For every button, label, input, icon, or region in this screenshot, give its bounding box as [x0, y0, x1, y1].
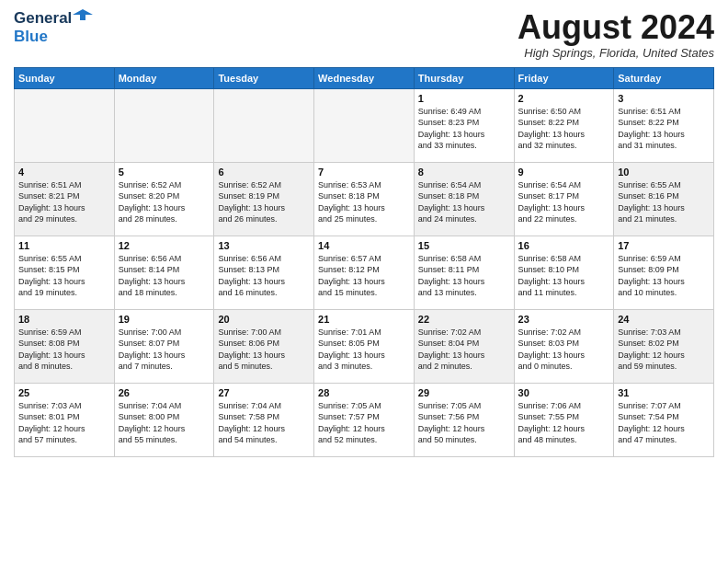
day-info: Sunrise: 7:06 AMSunset: 7:55 PMDaylight:… — [518, 400, 610, 446]
day-info: Sunrise: 6:58 AMSunset: 8:11 PMDaylight:… — [418, 253, 510, 299]
day-number: 12 — [119, 240, 210, 251]
day-number: 20 — [218, 314, 310, 325]
calendar-cell: 7Sunrise: 6:53 AMSunset: 8:18 PMDaylight… — [314, 162, 415, 236]
day-info: Sunrise: 6:55 AMSunset: 8:16 PMDaylight:… — [618, 179, 710, 225]
day-info: Sunrise: 6:57 AMSunset: 8:12 PMDaylight:… — [318, 253, 410, 299]
day-number: 14 — [318, 240, 410, 251]
calendar-cell — [15, 88, 115, 162]
day-number: 6 — [218, 167, 310, 178]
calendar-cell: 28Sunrise: 7:05 AMSunset: 7:57 PMDayligh… — [314, 383, 415, 456]
calendar-cell: 8Sunrise: 6:54 AMSunset: 8:18 PMDaylight… — [414, 162, 514, 236]
calendar-cell: 11Sunrise: 6:55 AMSunset: 8:15 PMDayligh… — [15, 236, 115, 309]
calendar-cell: 18Sunrise: 6:59 AMSunset: 8:08 PMDayligh… — [15, 309, 115, 383]
day-number: 8 — [418, 167, 510, 178]
day-number: 21 — [318, 314, 410, 325]
calendar-cell: 26Sunrise: 7:04 AMSunset: 8:00 PMDayligh… — [114, 383, 214, 456]
calendar-cell: 27Sunrise: 7:04 AMSunset: 7:58 PMDayligh… — [214, 383, 314, 456]
calendar-cell: 31Sunrise: 7:07 AMSunset: 7:54 PMDayligh… — [614, 383, 714, 456]
calendar-week-row: 25Sunrise: 7:03 AMSunset: 8:01 PMDayligh… — [15, 383, 714, 456]
day-info: Sunrise: 7:05 AMSunset: 7:56 PMDaylight:… — [418, 400, 510, 446]
calendar-week-row: 18Sunrise: 6:59 AMSunset: 8:08 PMDayligh… — [15, 309, 714, 383]
day-info: Sunrise: 7:00 AMSunset: 8:07 PMDaylight:… — [119, 327, 210, 373]
calendar-cell: 29Sunrise: 7:05 AMSunset: 7:56 PMDayligh… — [414, 383, 514, 456]
day-number: 22 — [418, 314, 510, 325]
calendar-cell: 17Sunrise: 6:59 AMSunset: 8:09 PMDayligh… — [614, 236, 714, 309]
day-number: 17 — [618, 240, 710, 251]
calendar-cell: 3Sunrise: 6:51 AMSunset: 8:22 PMDaylight… — [614, 88, 714, 162]
calendar-cell — [314, 88, 415, 162]
calendar-cell — [114, 88, 214, 162]
location-text: High Springs, Florida, United States — [518, 46, 714, 60]
calendar-cell: 30Sunrise: 7:06 AMSunset: 7:55 PMDayligh… — [514, 383, 614, 456]
day-number: 30 — [518, 387, 610, 398]
day-info: Sunrise: 6:53 AMSunset: 8:18 PMDaylight:… — [318, 179, 410, 225]
day-number: 7 — [318, 167, 410, 178]
calendar-cell: 23Sunrise: 7:02 AMSunset: 8:03 PMDayligh… — [514, 309, 614, 383]
calendar-cell: 25Sunrise: 7:03 AMSunset: 8:01 PMDayligh… — [15, 383, 115, 456]
day-info: Sunrise: 7:00 AMSunset: 8:06 PMDaylight:… — [218, 327, 310, 373]
calendar-cell: 20Sunrise: 7:00 AMSunset: 8:06 PMDayligh… — [214, 309, 314, 383]
weekday-header-saturday: Saturday — [614, 67, 714, 88]
weekday-header-tuesday: Tuesday — [214, 67, 314, 88]
day-info: Sunrise: 6:55 AMSunset: 8:15 PMDaylight:… — [18, 253, 110, 299]
day-number: 26 — [119, 387, 210, 398]
day-info: Sunrise: 6:51 AMSunset: 8:21 PMDaylight:… — [18, 179, 110, 225]
day-info: Sunrise: 6:56 AMSunset: 8:14 PMDaylight:… — [119, 253, 210, 299]
day-info: Sunrise: 7:03 AMSunset: 8:01 PMDaylight:… — [18, 400, 110, 446]
calendar-cell: 24Sunrise: 7:03 AMSunset: 8:02 PMDayligh… — [614, 309, 714, 383]
day-info: Sunrise: 6:52 AMSunset: 8:20 PMDaylight:… — [119, 179, 210, 225]
day-number: 29 — [418, 387, 510, 398]
day-number: 18 — [18, 314, 110, 325]
calendar-cell: 14Sunrise: 6:57 AMSunset: 8:12 PMDayligh… — [314, 236, 415, 309]
logo-blue-text: Blue — [14, 28, 48, 46]
day-number: 16 — [518, 240, 610, 251]
calendar-cell: 10Sunrise: 6:55 AMSunset: 8:16 PMDayligh… — [614, 162, 714, 236]
day-info: Sunrise: 6:49 AMSunset: 8:23 PMDaylight:… — [418, 106, 510, 152]
weekday-header-monday: Monday — [114, 67, 214, 88]
logo-general-text: General — [14, 9, 72, 28]
day-info: Sunrise: 6:56 AMSunset: 8:13 PMDaylight:… — [218, 253, 310, 299]
page: General Blue August 2024 High Springs, F… — [0, 0, 728, 466]
day-info: Sunrise: 6:54 AMSunset: 8:17 PMDaylight:… — [518, 179, 610, 225]
day-number: 15 — [418, 240, 510, 251]
title-block: August 2024 High Springs, Florida, Unite… — [518, 9, 714, 60]
day-info: Sunrise: 6:59 AMSunset: 8:09 PMDaylight:… — [618, 253, 710, 299]
calendar-cell: 21Sunrise: 7:01 AMSunset: 8:05 PMDayligh… — [314, 309, 415, 383]
day-info: Sunrise: 6:50 AMSunset: 8:22 PMDaylight:… — [518, 106, 610, 152]
weekday-header-wednesday: Wednesday — [314, 67, 415, 88]
calendar-cell: 16Sunrise: 6:58 AMSunset: 8:10 PMDayligh… — [514, 236, 614, 309]
weekday-header-friday: Friday — [514, 67, 614, 88]
day-number: 23 — [518, 314, 610, 325]
day-info: Sunrise: 7:05 AMSunset: 7:57 PMDaylight:… — [318, 400, 410, 446]
day-number: 19 — [119, 314, 210, 325]
day-number: 27 — [218, 387, 310, 398]
day-number: 3 — [618, 93, 710, 104]
calendar-week-row: 4Sunrise: 6:51 AMSunset: 8:21 PMDaylight… — [15, 162, 714, 236]
day-number: 24 — [618, 314, 710, 325]
day-info: Sunrise: 6:58 AMSunset: 8:10 PMDaylight:… — [518, 253, 610, 299]
calendar-table: SundayMondayTuesdayWednesdayThursdayFrid… — [14, 67, 714, 457]
day-info: Sunrise: 7:01 AMSunset: 8:05 PMDaylight:… — [318, 327, 410, 373]
day-number: 11 — [18, 240, 110, 251]
calendar-cell: 9Sunrise: 6:54 AMSunset: 8:17 PMDaylight… — [514, 162, 614, 236]
day-number: 5 — [119, 167, 210, 178]
weekday-header-thursday: Thursday — [414, 67, 514, 88]
day-number: 9 — [518, 167, 610, 178]
weekday-header-sunday: Sunday — [15, 67, 115, 88]
day-number: 4 — [18, 167, 110, 178]
day-info: Sunrise: 6:59 AMSunset: 8:08 PMDaylight:… — [18, 327, 110, 373]
day-info: Sunrise: 6:54 AMSunset: 8:18 PMDaylight:… — [418, 179, 510, 225]
calendar-cell: 6Sunrise: 6:52 AMSunset: 8:19 PMDaylight… — [214, 162, 314, 236]
calendar-cell: 4Sunrise: 6:51 AMSunset: 8:21 PMDaylight… — [15, 162, 115, 236]
calendar-cell: 1Sunrise: 6:49 AMSunset: 8:23 PMDaylight… — [414, 88, 514, 162]
day-info: Sunrise: 7:04 AMSunset: 8:00 PMDaylight:… — [119, 400, 210, 446]
header: General Blue August 2024 High Springs, F… — [14, 9, 714, 60]
day-info: Sunrise: 7:07 AMSunset: 7:54 PMDaylight:… — [618, 400, 710, 446]
svg-marker-0 — [73, 9, 93, 20]
calendar-week-row: 11Sunrise: 6:55 AMSunset: 8:15 PMDayligh… — [15, 236, 714, 309]
day-info: Sunrise: 6:51 AMSunset: 8:22 PMDaylight:… — [618, 106, 710, 152]
calendar-cell: 5Sunrise: 6:52 AMSunset: 8:20 PMDaylight… — [114, 162, 214, 236]
day-info: Sunrise: 6:52 AMSunset: 8:19 PMDaylight:… — [218, 179, 310, 225]
calendar-header-row: SundayMondayTuesdayWednesdayThursdayFrid… — [15, 67, 714, 88]
month-title: August 2024 — [518, 9, 714, 46]
